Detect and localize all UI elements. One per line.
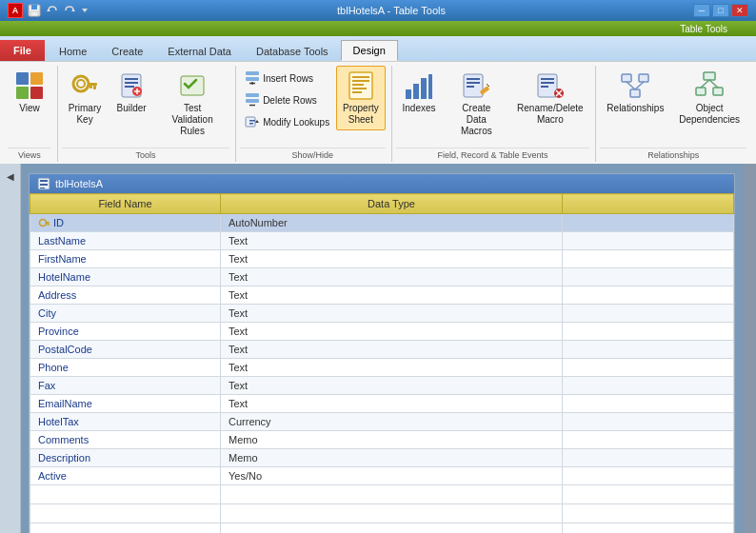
table-row[interactable]: PostalCodeText: [30, 341, 734, 359]
description-cell: [563, 341, 734, 359]
table-row-empty[interactable]: [30, 523, 734, 534]
undo-icon[interactable]: [46, 4, 59, 17]
svg-line-64: [701, 80, 709, 88]
delete-rows-button[interactable]: Delete Rows: [240, 89, 334, 110]
field-name-cell: ID: [30, 214, 221, 232]
view-label: View: [19, 103, 40, 114]
data-type-cell: Text: [221, 250, 563, 268]
minimize-button[interactable]: ─: [693, 4, 710, 17]
primary-key-button[interactable]: PrimaryKey: [62, 66, 108, 130]
description-cell: [563, 232, 734, 250]
table-row[interactable]: FaxText: [30, 377, 734, 395]
view-button[interactable]: View: [8, 66, 51, 119]
description-cell: [563, 413, 734, 431]
group-views-label: Views: [8, 148, 51, 162]
redo-icon[interactable]: [63, 4, 76, 17]
group-showhide-label: Show/Hide: [240, 148, 385, 162]
table-row[interactable]: FirstNameText: [30, 250, 734, 268]
modify-lookups-button[interactable]: Modify Lookups: [240, 111, 334, 132]
table-row[interactable]: ProvinceText: [30, 323, 734, 341]
table-row-empty[interactable]: [30, 504, 734, 523]
tab-file[interactable]: File: [0, 40, 45, 61]
svg-marker-31: [255, 120, 259, 123]
field-name-cell: Active: [30, 467, 221, 485]
col-description: [563, 194, 734, 214]
svg-rect-39: [352, 91, 362, 93]
table-row[interactable]: DescriptionMemo: [30, 449, 734, 467]
table-window-icon: [37, 177, 50, 190]
group-views-content: View: [8, 66, 51, 146]
group-relationships-label: Relationships: [600, 148, 746, 162]
svg-marker-5: [82, 9, 88, 12]
description-cell: [563, 431, 734, 449]
relationships-button[interactable]: Relationships: [600, 66, 670, 119]
group-field-events-content: Indexes Create DataMacros Rename/DeleteM…: [396, 66, 590, 146]
rename-delete-macro-button[interactable]: Rename/DeleteMacro: [510, 66, 589, 130]
svg-rect-42: [421, 78, 427, 99]
insert-rows-button[interactable]: Insert Rows: [240, 68, 334, 89]
tab-home[interactable]: Home: [47, 40, 99, 61]
table-row[interactable]: HotelTaxCurrency: [30, 413, 734, 431]
description-cell: [563, 286, 734, 305]
builder-label: Builder: [117, 103, 147, 114]
primary-key-label: PrimaryKey: [69, 103, 101, 126]
data-type-cell: Text: [221, 305, 563, 323]
svg-rect-46: [467, 82, 480, 84]
key-icon: [70, 70, 100, 101]
svg-line-59: [627, 82, 635, 89]
table-title-bar: tblHotelsA: [30, 174, 734, 193]
field-name-cell: HotelName: [30, 268, 221, 286]
small-buttons-group: Insert Rows Delete Rows Modify Lookups: [240, 68, 334, 132]
table-row[interactable]: AddressText: [30, 286, 734, 305]
group-tools: PrimaryKey Builder Test ValidationRules …: [58, 66, 236, 162]
insert-rows-icon: [245, 70, 260, 86]
test-validation-button[interactable]: Test ValidationRules: [155, 66, 229, 142]
tab-design[interactable]: Design: [341, 40, 398, 61]
field-name-cell: Description: [30, 449, 221, 467]
nav-arrow[interactable]: ◀: [5, 169, 16, 184]
tab-external-data[interactable]: External Data: [155, 40, 244, 61]
field-name-cell: Fax: [30, 377, 221, 395]
field-name-cell: Address: [30, 286, 221, 305]
table-row[interactable]: CommentsMemo: [30, 431, 734, 449]
indexes-button[interactable]: Indexes: [396, 66, 443, 119]
maximize-button[interactable]: □: [712, 4, 729, 17]
svg-rect-28: [246, 99, 259, 103]
description-cell: [563, 268, 734, 286]
table-row[interactable]: PhoneText: [30, 359, 734, 377]
data-type-cell: AutoNumber: [221, 214, 563, 232]
table-row-empty[interactable]: [30, 485, 734, 504]
save-icon[interactable]: [27, 3, 42, 18]
object-dependencies-button[interactable]: ObjectDependencies: [672, 66, 746, 130]
description-cell: [563, 467, 734, 485]
title-bar: A tblHotelsA - Table Tools ─ □ ✕: [0, 0, 756, 21]
builder-button[interactable]: Builder: [109, 66, 153, 119]
svg-rect-52: [541, 86, 548, 88]
field-name-cell: Province: [30, 323, 221, 341]
field-name-cell: Phone: [30, 359, 221, 377]
svg-rect-61: [704, 72, 715, 80]
create-data-macros-label: Create DataMacros: [450, 103, 502, 137]
group-relationships: Relationships ObjectDependencies Relatio…: [596, 66, 752, 162]
group-relationships-content: Relationships ObjectDependencies: [600, 66, 746, 146]
svg-rect-47: [467, 86, 474, 88]
tab-create[interactable]: Create: [99, 40, 155, 61]
table-row[interactable]: EmailNameText: [30, 395, 734, 413]
delete-rows-icon: [245, 92, 260, 108]
tab-database-tools[interactable]: Database Tools: [244, 40, 341, 61]
table-row[interactable]: IDAutoNumber: [30, 214, 734, 232]
svg-rect-35: [352, 76, 369, 78]
property-sheet-button[interactable]: PropertySheet: [336, 66, 385, 130]
table-row[interactable]: CityText: [30, 305, 734, 323]
data-type-cell: Text: [221, 232, 563, 250]
dropdown-arrow-icon[interactable]: [80, 4, 90, 17]
table-row[interactable]: ActiveYes/No: [30, 467, 734, 485]
property-sheet-label: PropertySheet: [343, 103, 379, 126]
ribbon-tabs: File Home Create External Data Database …: [0, 36, 756, 61]
close-button[interactable]: ✕: [731, 4, 748, 17]
create-data-macros-button[interactable]: Create DataMacros: [444, 66, 508, 142]
table-row[interactable]: HotelNameText: [30, 268, 734, 286]
field-name-cell: LastName: [30, 232, 221, 250]
table-row[interactable]: LastNameText: [30, 232, 734, 250]
svg-point-70: [40, 220, 47, 227]
